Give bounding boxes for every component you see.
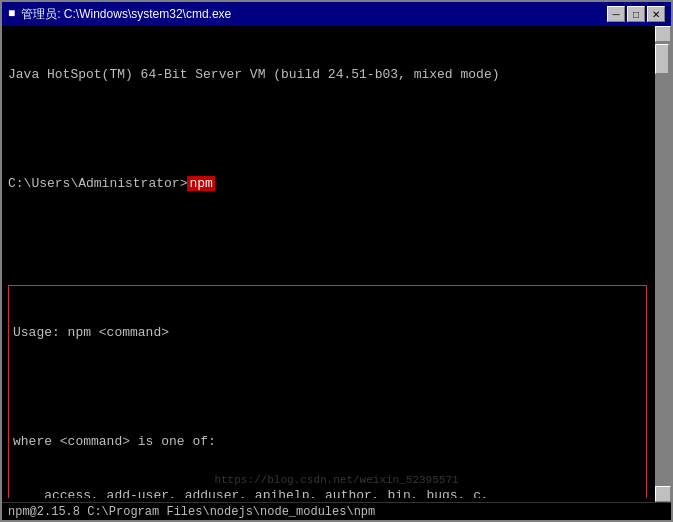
npm-help-box: Usage: npm <command> where <command> is … xyxy=(8,285,647,498)
minimize-button[interactable]: ─ xyxy=(607,6,625,22)
scroll-down-button[interactable]: ▼ xyxy=(655,486,671,502)
npm-command: npm xyxy=(187,176,214,191)
line-blank2 xyxy=(8,229,647,247)
line-usage: Usage: npm <command> xyxy=(13,324,642,342)
content-area: Java HotSpot(TM) 64-Bit Server VM (build… xyxy=(2,26,671,502)
maximize-button[interactable]: □ xyxy=(627,6,645,22)
prompt-text: C:\Users\Administrator> xyxy=(8,176,187,191)
line-cmds1: access, add-user, adduser, apihelp, auth… xyxy=(13,487,642,498)
title-bar-left: ■ 管理员: C:\Windows\system32\cmd.exe xyxy=(8,6,231,23)
line-javahotspot: Java HotSpot(TM) 64-Bit Server VM (build… xyxy=(8,66,647,84)
line-blank1 xyxy=(8,121,647,139)
terminal-output: Java HotSpot(TM) 64-Bit Server VM (build… xyxy=(8,30,665,498)
close-button[interactable]: ✕ xyxy=(647,6,665,22)
scrollbar-track[interactable] xyxy=(655,42,671,486)
cmd-window: ■ 管理员: C:\Windows\system32\cmd.exe ─ □ ✕… xyxy=(0,0,673,522)
window-icon: ■ xyxy=(8,7,15,21)
scrollbar[interactable]: ▲ ▼ xyxy=(655,26,671,502)
title-bar: ■ 管理员: C:\Windows\system32\cmd.exe ─ □ ✕ xyxy=(2,2,671,26)
window-title: 管理员: C:\Windows\system32\cmd.exe xyxy=(21,6,231,23)
line-where: where <command> is one of: xyxy=(13,433,642,451)
scroll-up-button[interactable]: ▲ xyxy=(655,26,671,42)
line-prompt: C:\Users\Administrator>npm xyxy=(8,175,647,193)
status-text: npm@2.15.8 C:\Program Files\nodejs\node_… xyxy=(8,505,375,519)
line-blank3 xyxy=(13,378,642,396)
scrollbar-thumb[interactable] xyxy=(655,44,669,74)
status-bar: npm@2.15.8 C:\Program Files\nodejs\node_… xyxy=(2,502,671,520)
title-buttons: ─ □ ✕ xyxy=(607,6,665,22)
